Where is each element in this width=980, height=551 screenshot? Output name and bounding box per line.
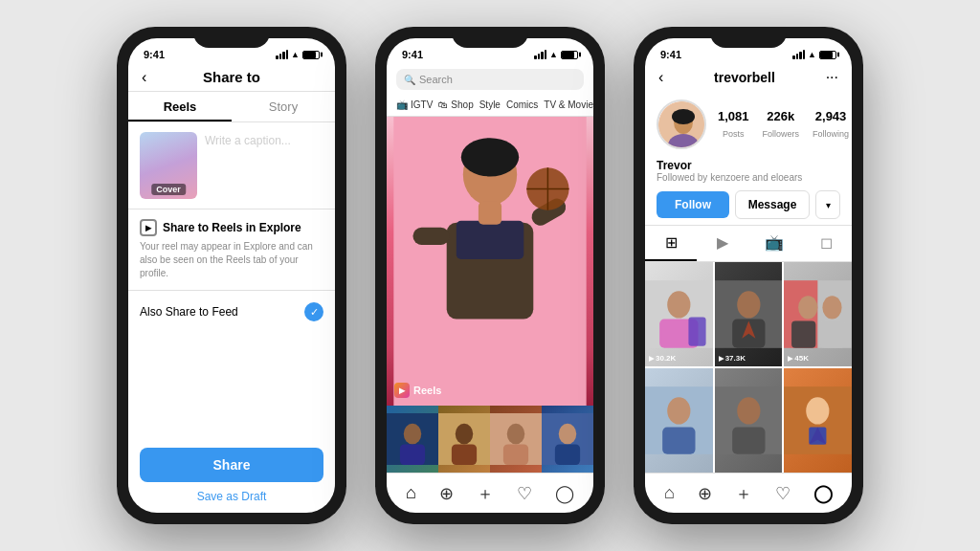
- categories-row: 📺 IGTV 🛍 Shop Style Comics TV & Movie: [387, 94, 593, 117]
- share-explore-desc: Your reel may appear in Explore and can …: [140, 240, 323, 280]
- svg-point-25: [672, 109, 695, 124]
- category-tv[interactable]: TV & Movie: [544, 98, 593, 112]
- category-igtv[interactable]: 📺 IGTV: [396, 98, 433, 112]
- svg-rect-50: [810, 428, 827, 445]
- grid-img-2: [715, 262, 783, 366]
- thumb-1-img: [387, 406, 438, 473]
- svg-point-21: [559, 424, 577, 445]
- nav-heart-3[interactable]: ♡: [775, 483, 791, 504]
- profile-header: ‹ trevorbell ···: [645, 65, 852, 92]
- thumb-3[interactable]: [490, 406, 542, 473]
- svg-point-32: [737, 291, 760, 318]
- profile-name-row: Trevor Followed by kenzoere and eloears: [645, 157, 852, 185]
- reels-label: ▶ Reels: [394, 383, 441, 398]
- svg-rect-13: [400, 444, 425, 465]
- avatar-svg: [658, 101, 706, 149]
- grid-item-5[interactable]: [715, 368, 783, 473]
- action-buttons: Follow Message ▾: [645, 185, 852, 225]
- share-explore-title-row: ▶ Share to Reels in Explore: [140, 219, 323, 236]
- message-button[interactable]: Message: [735, 190, 810, 219]
- tab-reels-profile[interactable]: ▶: [697, 226, 748, 261]
- reels-icon: ▶: [394, 383, 410, 398]
- thumbnails-row: [387, 406, 593, 473]
- nav-profile-2[interactable]: ◯: [555, 483, 574, 504]
- grid-item-1[interactable]: ▶ 30.2K: [645, 262, 713, 366]
- stat-following: 2,943 Following: [813, 109, 849, 141]
- thumb-2[interactable]: [438, 406, 490, 473]
- grid-img-1: [645, 262, 713, 366]
- category-shop[interactable]: 🛍 Shop: [438, 98, 473, 112]
- notch-3: [710, 27, 787, 48]
- shop-icon: 🛍: [438, 99, 448, 110]
- nav-add-3[interactable]: ＋: [735, 482, 752, 505]
- wifi-icon-2: ▲: [549, 50, 558, 59]
- reels-explore-icon: ▶: [140, 219, 157, 236]
- back-button[interactable]: ‹: [142, 69, 146, 86]
- grid-img-5: [715, 368, 783, 473]
- category-comics[interactable]: Comics: [506, 98, 538, 112]
- grid-count-1: ▶ 30.2K: [649, 354, 676, 363]
- phone-3: 9:41 ▲ ‹ trevorbell: [634, 27, 863, 524]
- play-icon-3: ▶: [788, 355, 792, 363]
- nav-home-3[interactable]: ⌂: [664, 483, 675, 503]
- status-icons-3: ▲: [792, 50, 836, 59]
- followers-count: 226k: [763, 109, 800, 123]
- bottom-nav-2: ⌂ ⊕ ＋ ♡ ◯: [387, 473, 593, 513]
- svg-rect-19: [503, 444, 528, 465]
- tab-story[interactable]: Story: [232, 92, 335, 121]
- grid-item-6[interactable]: [784, 368, 852, 473]
- svg-rect-38: [791, 321, 815, 348]
- nav-profile-3[interactable]: ◯: [813, 483, 833, 504]
- back-button-3[interactable]: ‹: [658, 69, 663, 86]
- svg-point-28: [667, 291, 690, 318]
- nav-home-2[interactable]: ⌂: [406, 483, 416, 503]
- save-draft-link[interactable]: Save as Draft: [140, 490, 323, 503]
- grid-img-6: [784, 368, 852, 473]
- play-icon-1: ▶: [649, 355, 654, 363]
- profile-info: 1,081 Posts 226k Followers 2,943 Followi…: [645, 92, 852, 157]
- share-button[interactable]: Share: [140, 448, 323, 482]
- also-share-checkbox[interactable]: ✓: [304, 302, 323, 321]
- tab-tagged[interactable]: ◻: [800, 226, 852, 261]
- more-options-button[interactable]: ···: [826, 69, 838, 86]
- search-bar[interactable]: 🔍 Search: [396, 69, 584, 90]
- reel-person-visual: [387, 117, 593, 406]
- tab-igtv[interactable]: 📺: [748, 226, 800, 261]
- nav-heart-2[interactable]: ♡: [517, 483, 532, 504]
- also-share-row[interactable]: Also Share to Feed ✓: [128, 291, 335, 333]
- thumb-1[interactable]: [387, 406, 438, 473]
- tab-grid[interactable]: ⊞: [645, 226, 697, 261]
- category-style[interactable]: Style: [479, 98, 501, 112]
- tab-reels[interactable]: Reels: [128, 92, 232, 121]
- stat-followers: 226k Followers: [763, 109, 800, 141]
- stats-row: 1,081 Posts 226k Followers 2,943 Followi…: [718, 109, 849, 141]
- svg-rect-10: [479, 202, 501, 225]
- grid-item-3[interactable]: ▶ 45K: [784, 262, 852, 366]
- nav-search-3[interactable]: ⊕: [698, 483, 712, 504]
- phone-2-screen: 9:41 ▲ 🔍 Se: [387, 38, 593, 513]
- grid-item-4[interactable]: [645, 368, 713, 473]
- cover-thumbnail[interactable]: Cover: [140, 132, 197, 199]
- caption-input[interactable]: Write a caption...: [205, 132, 323, 199]
- svg-point-45: [737, 397, 760, 424]
- notch-2: [452, 27, 528, 48]
- grid-item-2[interactable]: ▶ 37.3K: [715, 262, 783, 366]
- search-area: 🔍 Search: [387, 65, 593, 94]
- wifi-icon-3: ▲: [808, 50, 816, 59]
- igtv-icon: 📺: [396, 99, 408, 110]
- share-explore-title-text: Share to Reels in Explore: [163, 221, 301, 234]
- thumb-4-img: [542, 406, 593, 473]
- following-count: 2,943: [813, 109, 849, 123]
- nav-add-2[interactable]: ＋: [477, 482, 494, 505]
- nav-search-2[interactable]: ⊕: [439, 483, 454, 504]
- svg-rect-46: [732, 428, 765, 454]
- phone-1-screen: 9:41 ▲ ‹ Share to: [128, 38, 335, 513]
- follow-button[interactable]: Follow: [657, 191, 729, 218]
- person-svg: [387, 117, 593, 406]
- svg-point-37: [798, 296, 817, 319]
- svg-point-12: [404, 424, 422, 445]
- dropdown-button[interactable]: ▾: [815, 190, 840, 219]
- svg-point-18: [507, 424, 525, 445]
- thumb-4[interactable]: [542, 406, 593, 473]
- notch-1: [193, 27, 270, 48]
